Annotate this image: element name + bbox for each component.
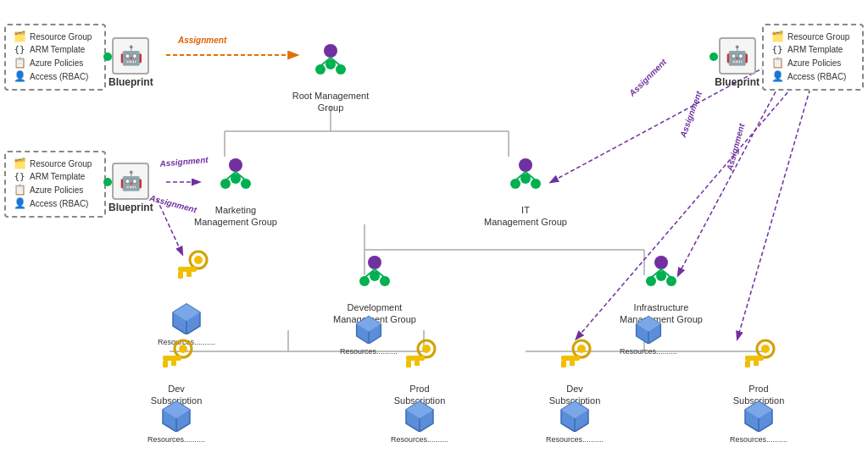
prod-sub-right-key-icon [742, 339, 776, 379]
azure-policies-icon-1: 📋 [13, 57, 26, 69]
infra-mgmt-icon [639, 254, 683, 298]
resources-sub1: Resources.......... [142, 398, 210, 445]
svg-rect-75 [570, 361, 575, 366]
prod-sub-left-key-icon [403, 339, 437, 379]
blueprint-ai-icon-3: 🤖 [112, 163, 149, 200]
resources-sub3-label: Resources.......... [546, 435, 604, 445]
svg-rect-63 [163, 356, 181, 361]
bp-item-policy-1: 📋 Azure Policies [13, 57, 97, 69]
blueprint-box-top-right: 🗂️ Resource Group {} ARM Template 📋 Azur… [762, 24, 864, 91]
blueprint-ai-mid-left: 🤖 Blueprint [108, 163, 153, 213]
svg-point-42 [194, 256, 203, 264]
resources-sub1-label: Resources.......... [147, 435, 205, 445]
svg-point-55 [654, 256, 668, 269]
root-mgmt-label: Root Management Group [288, 90, 373, 114]
azure-policies-icon-m: 📋 [13, 184, 26, 196]
blueprint-label-1: Blueprint [108, 76, 153, 88]
green-dot-3 [103, 178, 112, 186]
blueprint-label-3: Blueprint [108, 202, 153, 213]
svg-rect-68 [406, 356, 425, 361]
dev-sub-left-key-icon [159, 339, 193, 379]
svg-point-72 [577, 345, 586, 353]
svg-rect-70 [415, 361, 420, 366]
blueprint-ai-top-right: 🤖 Blueprint [715, 37, 760, 88]
prod-sub-right: Prod Subscription [725, 339, 793, 407]
svg-rect-79 [745, 361, 750, 367]
blueprint-ai-icon-2: 🤖 [719, 37, 756, 75]
it-mgmt-icon [504, 157, 548, 201]
resources-sub3-icon [558, 398, 592, 432]
marketing-key-icon [175, 250, 209, 290]
blueprint-ai-icon-1: 🤖 [112, 37, 149, 75]
bp-item-rbac-m: 👤 Access (RBAC) [13, 197, 97, 209]
arm-template-icon-r: {} [771, 44, 784, 55]
svg-point-67 [422, 345, 431, 353]
bp-item-arm-1: {} ARM Template [13, 44, 97, 55]
blueprint-label-2: Blueprint [715, 76, 760, 88]
bp-item-policy-r: 📋 Azure Policies [771, 57, 855, 69]
resources-marketing-icon [170, 301, 203, 334]
access-rbac-icon-1: 👤 [13, 70, 26, 82]
bp-item-rg-r: 🗂️ Resource Group [771, 30, 855, 42]
arm-template-icon-m: {} [13, 171, 26, 182]
svg-rect-45 [186, 272, 192, 277]
resources-dev-icon [353, 313, 384, 344]
resources-infra-label: Resources.......... [620, 347, 677, 357]
resource-group-icon-r: 🗂️ [771, 30, 784, 42]
bp-item-rg-m: 🗂️ Resource Group [13, 157, 97, 169]
blueprint-ai-top-left: 🤖 Blueprint [108, 37, 153, 88]
resources-dev: Resources.......... [343, 313, 394, 357]
assignment-label-purple-5: Assignment [725, 123, 746, 172]
access-rbac-icon-r: 👤 [771, 70, 784, 82]
bp-item-rg-1: 🗂️ Resource Group [13, 30, 97, 42]
azure-policies-icon-r: 📋 [771, 57, 784, 69]
svg-point-62 [179, 345, 187, 353]
bp-item-rbac-r: 👤 Access (RBAC) [771, 70, 855, 82]
it-management-group: IT Management Group [475, 157, 576, 229]
assignment-label-orange: Assignment [178, 36, 226, 45]
svg-point-49 [368, 256, 381, 269]
green-dot-1 [103, 52, 112, 61]
it-mgmt-label: IT Management Group [484, 204, 567, 229]
resources-sub4: Resources.......... [725, 398, 793, 445]
resources-infra: Resources.......... [623, 313, 674, 357]
svg-point-35 [519, 158, 532, 172]
resources-infra-icon [633, 313, 664, 344]
dev-sub-right: Dev Subscription [541, 339, 609, 407]
root-management-group: Root Management Group [288, 42, 373, 114]
resources-sub4-icon [742, 398, 776, 432]
arm-template-icon-1: {} [13, 44, 26, 55]
blueprint-box-mid-left: 🗂️ Resource Group {} ARM Template 📋 Azur… [4, 151, 106, 218]
dev-mgmt-icon [353, 254, 397, 298]
svg-rect-69 [406, 361, 411, 367]
resources-sub2: Resources.......... [386, 398, 453, 445]
assignment-label-purple-3: Assignment [627, 58, 668, 98]
resource-group-icon-1: 🗂️ [13, 30, 26, 42]
marketing-mgmt-icon [214, 157, 258, 201]
green-dot-2 [709, 52, 718, 61]
svg-rect-65 [171, 361, 176, 366]
svg-rect-74 [561, 361, 566, 367]
svg-point-29 [229, 158, 242, 172]
resources-sub1-icon [159, 398, 193, 432]
bp-item-arm-m: {} ARM Template [13, 171, 97, 182]
svg-rect-44 [178, 272, 183, 279]
resources-sub4-label: Resources.......... [730, 435, 787, 445]
marketing-key-node [166, 250, 217, 290]
resources-sub2-label: Resources.......... [391, 435, 448, 445]
resources-dev-label: Resources.......... [340, 347, 398, 357]
assignment-label-purple-4: Assignment [678, 90, 704, 139]
bp-item-rbac-1: 👤 Access (RBAC) [13, 70, 97, 82]
svg-rect-78 [745, 356, 764, 361]
svg-point-23 [324, 44, 337, 58]
resources-sub3: Resources.......... [541, 398, 609, 445]
svg-rect-64 [163, 361, 168, 367]
resource-group-icon-m: 🗂️ [13, 157, 26, 169]
svg-rect-43 [178, 267, 197, 272]
svg-line-20 [737, 76, 814, 339]
bp-item-policy-m: 📋 Azure Policies [13, 184, 97, 196]
marketing-management-group: Marketing Management Group [185, 157, 287, 229]
svg-point-77 [761, 345, 770, 353]
bp-item-arm-r: {} ARM Template [771, 44, 855, 55]
dev-sub-right-key-icon [558, 339, 592, 379]
